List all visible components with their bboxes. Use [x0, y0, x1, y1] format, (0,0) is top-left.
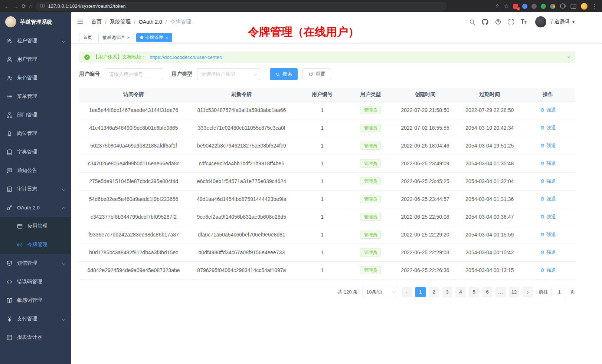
- cell-create-time: 2022-06-26 18:04:46: [392, 137, 458, 155]
- prev-page-button[interactable]: [402, 287, 412, 297]
- breadcrumb-item[interactable]: 首页: [91, 19, 102, 25]
- sidebar-collapse-icon[interactable]: [76, 18, 84, 26]
- back-icon[interactable]: [4, 3, 10, 9]
- page-button-12[interactable]: 12: [509, 287, 519, 297]
- page-button-1[interactable]: 1: [415, 287, 426, 297]
- forward-icon[interactable]: [13, 3, 19, 9]
- share-icon[interactable]: [495, 3, 500, 9]
- page-button-6[interactable]: 6: [482, 287, 493, 297]
- force-logout-icon: [540, 196, 545, 201]
- user-id-input[interactable]: [105, 68, 163, 80]
- app-logo[interactable]: 芋道管理系统: [0, 12, 71, 32]
- close-icon[interactable]: [127, 35, 130, 40]
- sidebar-item-sms[interactable]: 短信管理: [0, 254, 71, 272]
- page-button-2[interactable]: 2: [429, 287, 439, 297]
- sidebar-item-post[interactable]: 岗位管理: [0, 124, 71, 143]
- extension-green-icon[interactable]: [541, 4, 546, 9]
- tab-token[interactable]: 令牌管理: [136, 33, 173, 42]
- home-icon[interactable]: [29, 3, 33, 9]
- force-logout-button[interactable]: 强退: [540, 178, 556, 185]
- sidebar-item-menu[interactable]: 菜单管理: [0, 87, 71, 106]
- close-icon[interactable]: [166, 35, 169, 40]
- sidebar-item-tenant[interactable]: 租户管理: [0, 32, 71, 50]
- browser-menu-icon[interactable]: [592, 3, 598, 9]
- active-tab-dot-icon: [140, 36, 143, 39]
- sidebar: 芋道管理系统 租户管理用户管理角色管理菜单管理部门管理岗位管理字典管理通知公告审…: [0, 12, 71, 364]
- goto-page-input[interactable]: [552, 287, 567, 297]
- sidebar-item-pay[interactable]: 支付管理: [0, 310, 71, 328]
- github-icon[interactable]: [482, 19, 488, 25]
- help-icon[interactable]: [495, 19, 501, 25]
- search-button[interactable]: 搜索: [270, 68, 298, 80]
- sensitive-icon: [6, 297, 13, 304]
- user-menu[interactable]: 芋道源码: [535, 16, 575, 27]
- sidebar-item-oauth2-app[interactable]: 应用管理: [0, 217, 71, 235]
- breadcrumb-item[interactable]: 令牌管理: [170, 19, 191, 25]
- force-logout-button[interactable]: 强退: [540, 160, 556, 167]
- user-type-tag: 管理员: [360, 213, 381, 221]
- url-bar[interactable]: 127.0.0.1:1024/system/oauth2/token: [36, 2, 447, 11]
- sidebar-item-user[interactable]: 用户管理: [0, 50, 71, 69]
- reload-icon[interactable]: [22, 3, 26, 9]
- page-button-5[interactable]: 5: [469, 287, 479, 297]
- alert-close-icon[interactable]: [567, 55, 570, 60]
- page-ellipsis[interactable]: ...: [495, 287, 506, 297]
- sidebar-item-audit-log[interactable]: 审计日志: [0, 180, 71, 198]
- browser-profile-avatar[interactable]: [581, 3, 588, 10]
- extension-badge-count: 0: [517, 7, 520, 10]
- sidebar-item-error-code[interactable]: 错误码管理: [0, 272, 71, 291]
- cell-user-type: 管理员: [350, 261, 392, 279]
- breadcrumb-separator: /: [134, 19, 135, 25]
- cell-expire-time: 2054-03-04 00:15:42: [459, 244, 521, 261]
- breadcrumb-item[interactable]: 系统管理: [110, 19, 131, 25]
- force-logout-button[interactable]: 强退: [540, 196, 556, 202]
- force-logout-button[interactable]: 强退: [540, 142, 556, 149]
- force-logout-button[interactable]: 强退: [540, 231, 556, 238]
- sidebar-item-dept[interactable]: 部门管理: [0, 106, 71, 124]
- success-check-icon: [84, 54, 90, 60]
- extension-color-icon[interactable]: [550, 4, 555, 9]
- tab-home[interactable]: 首页: [79, 33, 96, 42]
- side-panel-icon[interactable]: [570, 3, 577, 10]
- extension-badge-icon[interactable]: 0: [513, 4, 518, 9]
- force-logout-button[interactable]: 强退: [540, 125, 556, 131]
- search-icon[interactable]: [469, 19, 475, 25]
- page-size-select[interactable]: 10条/页: [363, 287, 398, 297]
- cell-access-token: f9336e7c7dd242a283ee98dc86b17a87: [79, 226, 188, 244]
- tab-sensitive-word[interactable]: 敏感词管理: [98, 33, 134, 42]
- breadcrumb-item[interactable]: OAuth 2.0: [139, 19, 162, 25]
- extension-dark-icon[interactable]: [531, 4, 537, 9]
- next-page-button[interactable]: [523, 287, 533, 297]
- cell-access-token: 275e5de9151045fe87cbdc395e004f4d: [79, 172, 188, 190]
- font-size-icon[interactable]: [521, 19, 527, 25]
- sidebar-item-sensitive-word[interactable]: 敏感词管理: [0, 291, 71, 310]
- extensions-puzzle-icon[interactable]: [559, 3, 566, 10]
- page-button-4[interactable]: 4: [455, 287, 466, 297]
- bookmark-star-icon[interactable]: [504, 3, 509, 9]
- sidebar-item-oauth2[interactable]: OAuth 2.0: [0, 198, 71, 217]
- sidebar-item-notice[interactable]: 通知公告: [0, 161, 71, 180]
- sidebar-item-label: 菜单管理: [17, 93, 37, 100]
- sidebar-item-report-designer[interactable]: 报表设计器: [0, 328, 71, 347]
- page-size-value: 10条/页: [366, 289, 383, 295]
- reset-button[interactable]: 重置: [302, 68, 331, 80]
- chevron-down-icon: [392, 289, 396, 293]
- doc-link[interactable]: https://doc.iocoder.cn/user-center/: [150, 54, 222, 60]
- cell-expire-time: 2054-03-10 20:42:34: [459, 119, 521, 137]
- site-info-icon[interactable]: [40, 4, 45, 9]
- page-button-3[interactable]: 3: [442, 287, 452, 297]
- force-logout-button[interactable]: 强退: [540, 249, 556, 256]
- sidebar-item-role[interactable]: 角色管理: [0, 69, 71, 87]
- sidebar-item-oauth2-token[interactable]: 令牌管理: [0, 235, 71, 254]
- sidebar-item-dict[interactable]: 字典管理: [0, 143, 71, 161]
- force-logout-button[interactable]: 强退: [540, 107, 556, 113]
- cell-refresh-token: cdfc4ce9c2da4bb1bdf21b9918ff4be5: [188, 155, 295, 172]
- cell-access-token: 54d6be82ee5a460a9aedc1f9bf223656: [79, 190, 188, 208]
- sidebar-item-label: 令牌管理: [27, 241, 48, 248]
- fullscreen-icon[interactable]: [508, 19, 514, 25]
- user-type-select[interactable]: 请选择用户类型: [197, 68, 260, 80]
- cell-refresh-token: e6cfd40eb1f54571a31e775e039c4624: [188, 172, 295, 190]
- force-logout-button[interactable]: 强退: [540, 214, 556, 220]
- extension-blue-icon[interactable]: [522, 4, 527, 9]
- force-logout-button[interactable]: 强退: [540, 267, 556, 274]
